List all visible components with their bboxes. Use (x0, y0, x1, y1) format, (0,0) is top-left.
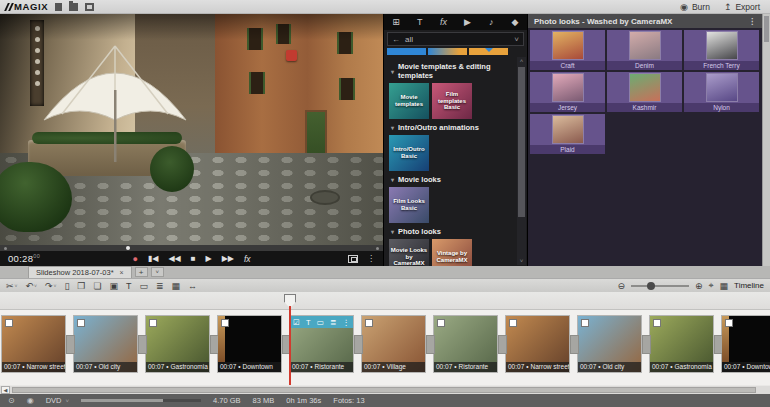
look-item[interactable]: Craft (530, 30, 605, 70)
undo-button[interactable]: ↶˅ (25, 281, 36, 291)
crop-button[interactable]: ▭ (140, 281, 149, 291)
clip-crop-icon[interactable]: ▭ (317, 318, 324, 327)
scroll-left-icon[interactable]: ◀ (1, 386, 10, 394)
new-tab-button[interactable]: + (135, 267, 148, 277)
transitions-button[interactable]: ≣ (156, 281, 164, 291)
timeline-clip[interactable]: ☑ T ▭ ≣ ⋮ 00:07•Old city (74, 316, 137, 372)
grid-view-button[interactable]: ▦ (172, 281, 181, 291)
section-header[interactable]: ▾ Photo looks (391, 227, 513, 236)
look-item[interactable]: Denim (607, 30, 682, 70)
clip-checkbox[interactable] (77, 319, 85, 327)
scroll-up-icon[interactable]: ˄ (517, 57, 526, 65)
template-thumbnail[interactable]: Vintage by CameraMX (432, 239, 472, 266)
zoom-slider-knob[interactable] (647, 282, 655, 290)
section-header[interactable]: ▾ Intro/Outro animations (391, 123, 513, 132)
tab-intros-icon[interactable]: ▶ (455, 14, 479, 30)
scrubber-position-handle[interactable] (126, 246, 130, 250)
back-icon[interactable]: ← (392, 35, 400, 44)
timeline-clip[interactable]: ☑ T ▭ ≣ ⋮ 00:07•Narrow street (2, 316, 65, 372)
delete-button[interactable]: ▯ (64, 281, 69, 291)
tab-effects-icon[interactable]: fx (432, 14, 456, 30)
copy-button[interactable]: ❐ (77, 281, 85, 291)
timeline-clip[interactable]: ☑ T ▭ ≣ ⋮ 00:07•Ristorante (290, 316, 353, 372)
look-item[interactable]: French Terry (684, 30, 759, 70)
scroll-down-icon[interactable]: ˅ (517, 257, 526, 265)
section-header[interactable]: ▾ Movie looks (391, 175, 513, 184)
record-button[interactable]: ● (132, 254, 137, 264)
template-thumbnail[interactable]: Movie templates (389, 83, 429, 119)
look-item[interactable]: Nylon (684, 72, 759, 112)
preview-fx-button[interactable]: fx (244, 254, 251, 264)
disc-type-select[interactable]: DVD˅ (46, 396, 69, 405)
templates-scrollbar[interactable]: ˄ ˅ (517, 57, 526, 265)
scrollbar-handle[interactable] (518, 67, 525, 217)
template-filter-bar[interactable]: ← all ˅ (387, 32, 524, 46)
export-button[interactable]: ↥Export (724, 2, 760, 12)
open-project-icon[interactable] (69, 3, 78, 11)
duplicate-button[interactable]: ❏ (93, 281, 101, 291)
save-project-icon[interactable] (85, 3, 94, 11)
project-tab[interactable]: Slideshow 2018-07-03* × (28, 266, 132, 278)
timeline-clip[interactable]: ☑ T ▭ ≣ ⋮ 00:07•Downtown (722, 316, 770, 372)
looks-panel-more-icon[interactable]: ⋮ (748, 17, 756, 26)
preview-more-icon[interactable]: ⋮ (367, 254, 375, 263)
category-bar-gradient[interactable] (428, 48, 467, 55)
zoom-slider[interactable] (631, 285, 689, 287)
category-color-bars[interactable] (387, 48, 524, 55)
clip-checkbox[interactable] (725, 319, 733, 327)
tab-list-chevron-icon[interactable]: ˅ (151, 267, 164, 277)
clip-checkbox[interactable] (221, 319, 229, 327)
timeline-clip[interactable]: ☑ T ▭ ≣ ⋮ 00:07•Gastronomia (650, 316, 713, 372)
cut-button[interactable]: ✂˅ (6, 281, 17, 291)
clip-title-icon[interactable]: T (306, 318, 311, 327)
clip-checked-checkbox-icon[interactable]: ☑ (293, 318, 300, 327)
clip-checkbox[interactable] (581, 319, 589, 327)
fast-forward-button[interactable]: ▶▶ (222, 254, 234, 263)
tab-tags-icon[interactable]: ◆ (503, 14, 527, 30)
paste-button[interactable]: ▣ (110, 281, 119, 291)
close-icon[interactable]: × (120, 269, 124, 276)
zoom-out-button[interactable]: ⊖ (617, 281, 625, 291)
title-button[interactable]: T (126, 281, 132, 291)
look-item[interactable]: Plaid (530, 114, 605, 154)
look-item[interactable]: Kashmir (607, 72, 682, 112)
burn-button[interactable]: ◉Burn (680, 2, 710, 12)
timeline-clip[interactable]: ☑ T ▭ ≣ ⋮ 00:07•Downtown (218, 316, 281, 372)
play-button[interactable]: ▶ (206, 254, 212, 263)
timeline-clip[interactable]: ☑ T ▭ ≣ ⋮ 00:07•Ristorante (434, 316, 497, 372)
template-thumbnail[interactable]: Film Looks Basic (389, 187, 429, 223)
template-thumbnail[interactable]: Movie Looks by CameraMX (389, 239, 429, 266)
category-bar-blue[interactable] (387, 48, 426, 55)
stop-button[interactable]: ■ (191, 254, 196, 263)
tab-templates-icon[interactable]: ⊞ (384, 14, 408, 30)
clip-checkbox[interactable] (653, 319, 661, 327)
redo-button[interactable]: ↷˅ (45, 281, 56, 291)
storyboard-view-icon[interactable]: ▦ (720, 281, 729, 291)
zoom-in-button[interactable]: ⊕ (695, 281, 703, 291)
hscrollbar-handle[interactable] (12, 387, 756, 393)
tab-audio-icon[interactable]: ♪ (479, 14, 503, 30)
timeline-clip[interactable]: ☑ T ▭ ≣ ⋮ 00:07•Village (362, 316, 425, 372)
clip-checkbox[interactable] (509, 319, 517, 327)
clip-checkbox[interactable] (149, 319, 157, 327)
timeline-ruler[interactable] (0, 292, 770, 310)
clip-effects-icon[interactable]: ≣ (330, 318, 336, 327)
scrollbar-handle[interactable] (764, 16, 769, 42)
fit-width-button[interactable]: ↔ (188, 281, 197, 291)
pan-tool-icon[interactable]: ⌖ (708, 280, 713, 291)
category-bar-orange[interactable] (469, 48, 508, 55)
rewind-button[interactable]: ◀◀ (168, 254, 180, 263)
tab-titles-icon[interactable]: T (408, 14, 432, 30)
timeline-clip[interactable]: ☑ T ▭ ≣ ⋮ 00:07•Narrow street (506, 316, 569, 372)
skip-start-button[interactable]: ▮◀ (148, 254, 159, 263)
right-scrollbar-strip[interactable] (762, 14, 770, 266)
chevron-down-icon[interactable]: ˅ (514, 35, 519, 44)
look-item[interactable]: Jersey (530, 72, 605, 112)
new-project-icon[interactable] (55, 3, 62, 11)
section-header[interactable]: ▾ Movie templates & editing templates (391, 62, 513, 80)
clip-checkbox[interactable] (437, 319, 445, 327)
clip-checkbox[interactable] (5, 319, 13, 327)
timeline-clip[interactable]: ☑ T ▭ ≣ ⋮ 00:07•Gastronomia (146, 316, 209, 372)
fullscreen-icon[interactable] (348, 255, 358, 263)
template-thumbnail[interactable]: Intro/Outro Basic (389, 135, 429, 171)
